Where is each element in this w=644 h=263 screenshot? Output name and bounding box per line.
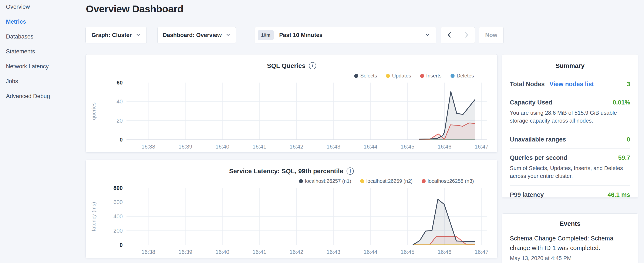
summary-value: 3 (627, 81, 630, 88)
events-title: Events (510, 220, 630, 227)
svg-text:16:40: 16:40 (216, 143, 229, 150)
svg-text:60: 60 (116, 80, 123, 86)
legend-item-n3[interactable]: localhost:26258 (n3) (422, 178, 474, 184)
dashboard-label: Dashboard: Overview (163, 32, 222, 39)
view-nodes-list-link[interactable]: View nodes list (550, 81, 594, 87)
legend-dot (354, 74, 358, 78)
chart-title: SQL Queries (267, 62, 305, 69)
svg-text:queries: queries (91, 102, 96, 120)
event-text: Schema Change Completed: Schema change w… (510, 234, 630, 253)
summary-label: Capacity Used (510, 99, 552, 106)
sidebar-item-network-latency[interactable]: Network Latency (6, 63, 85, 78)
now-button[interactable]: Now (479, 27, 504, 43)
legend-item-n1[interactable]: localhost:26257 (n1) (299, 178, 351, 184)
info-icon[interactable]: i (346, 167, 354, 175)
svg-text:200: 200 (114, 227, 123, 234)
event-item: Schema Change Completed: Schema change w… (510, 234, 630, 261)
svg-text:16:45: 16:45 (400, 143, 414, 150)
time-range-badge: 10m (258, 30, 274, 40)
legend-label: Updates (392, 73, 411, 79)
legend-item-inserts[interactable]: Inserts (420, 73, 442, 79)
svg-text:0: 0 (120, 242, 123, 248)
svg-text:latency (ms): latency (ms) (91, 202, 96, 231)
sql-queries-chart-card: SQL Queries i Selects Updates Inserts De… (86, 54, 498, 153)
sidebar-item-overview[interactable]: Overview (6, 3, 85, 18)
chevron-right-icon (464, 31, 469, 39)
summary-row-queries-per-second: Queries per second 59.7 Sum of Selects, … (510, 149, 630, 185)
chevron-left-icon (447, 31, 452, 39)
svg-text:600: 600 (114, 199, 123, 205)
service-latency-chart-card: Service Latency: SQL, 99th percentile i … (86, 160, 498, 258)
sidebar: Overview Metrics Databases Statements Ne… (0, 0, 85, 263)
summary-title: Summary (510, 62, 630, 69)
time-range-pager (441, 27, 475, 43)
svg-text:16:46: 16:46 (438, 143, 451, 150)
page-title: Overview Dashboard (86, 3, 184, 15)
legend-label: Deletes (457, 73, 474, 79)
legend-dot (450, 74, 454, 78)
legend-label: Selects (360, 73, 377, 79)
legend-label: localhost:26259 (n2) (366, 178, 412, 184)
svg-text:16:46: 16:46 (438, 249, 451, 255)
time-range-dropdown[interactable]: 10m Past 10 Minutes (255, 27, 436, 43)
svg-text:0: 0 (120, 136, 123, 143)
legend-item-selects[interactable]: Selects (354, 73, 377, 79)
summary-description: You are using 28.6 MiB of 515.9 GiB usab… (510, 109, 630, 125)
sql-queries-plot[interactable]: 16:3816:3916:4016:4116:4216:4316:4416:45… (86, 80, 497, 151)
legend-item-updates[interactable]: Updates (386, 73, 411, 79)
legend-item-n2[interactable]: localhost:26259 (n2) (360, 178, 412, 184)
svg-text:16:41: 16:41 (252, 249, 266, 255)
summary-row-p99-latency: P99 latency 46.1 ms (510, 185, 630, 204)
svg-text:16:47: 16:47 (474, 249, 488, 255)
legend-dot (299, 179, 303, 183)
chevron-down-icon (226, 33, 231, 37)
summary-value: 0 (627, 136, 630, 143)
svg-text:16:43: 16:43 (326, 143, 340, 150)
svg-text:16:38: 16:38 (142, 249, 155, 255)
sidebar-item-statements[interactable]: Statements (6, 48, 85, 63)
svg-text:800: 800 (114, 186, 123, 191)
svg-text:20: 20 (116, 117, 123, 124)
dashboard-dropdown[interactable]: Dashboard: Overview (157, 27, 236, 43)
svg-text:16:45: 16:45 (400, 249, 414, 255)
summary-row-unavailable-ranges: Unavailable ranges 0 (510, 130, 630, 149)
legend-dot (422, 179, 426, 183)
svg-text:16:42: 16:42 (290, 249, 304, 255)
chart-legend: localhost:26257 (n1) localhost:26259 (n2… (299, 178, 474, 184)
service-latency-plot[interactable]: 16:3816:3916:4016:4116:4216:4316:4416:45… (86, 186, 497, 257)
legend-item-deletes[interactable]: Deletes (450, 73, 474, 79)
event-timestamp: May 13, 2020 at 4:45 PM (510, 255, 630, 261)
svg-text:16:40: 16:40 (216, 249, 229, 255)
summary-value: 0.01% (613, 99, 630, 106)
summary-label: Total Nodes (510, 81, 545, 87)
next-time-range-button[interactable] (458, 27, 475, 43)
sidebar-item-jobs[interactable]: Jobs (6, 78, 85, 92)
summary-value: 46.1 ms (608, 191, 630, 198)
sidebar-item-databases[interactable]: Databases (6, 33, 85, 48)
events-panel: Events Schema Change Completed: Schema c… (502, 213, 638, 263)
summary-label: Queries per second (510, 154, 568, 161)
time-range-label: Past 10 Minutes (279, 32, 322, 39)
summary-label: P99 latency (510, 191, 544, 198)
legend-dot (360, 179, 364, 183)
legend-label: localhost:26258 (n3) (428, 178, 474, 184)
previous-time-range-button[interactable] (441, 27, 458, 43)
summary-row-capacity-used: Capacity Used 0.01% You are using 28.6 M… (510, 93, 630, 130)
svg-text:16:41: 16:41 (252, 143, 266, 150)
chevron-down-icon (425, 33, 430, 37)
graph-source-label: Graph: Cluster (92, 32, 132, 39)
svg-text:400: 400 (114, 213, 123, 220)
summary-panel: Summary Total Nodes View nodes list 3 Ca… (502, 54, 638, 198)
chart-legend: Selects Updates Inserts Deletes (354, 73, 474, 79)
svg-text:16:38: 16:38 (142, 143, 155, 150)
graph-source-dropdown[interactable]: Graph: Cluster (86, 27, 147, 43)
sidebar-item-advanced-debug[interactable]: Advanced Debug (6, 92, 85, 107)
svg-text:16:43: 16:43 (326, 249, 340, 255)
sidebar-item-metrics[interactable]: Metrics (6, 18, 85, 33)
legend-dot (420, 74, 424, 78)
info-icon[interactable]: i (309, 62, 316, 69)
svg-text:40: 40 (116, 98, 123, 105)
svg-text:16:39: 16:39 (178, 143, 192, 150)
svg-text:16:44: 16:44 (364, 143, 378, 150)
summary-label: Unavailable ranges (510, 136, 566, 143)
